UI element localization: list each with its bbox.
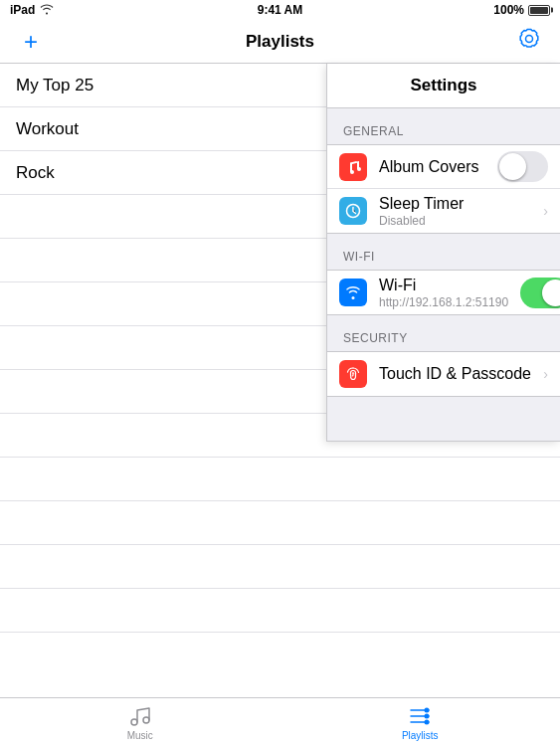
- settings-title: Settings: [327, 64, 560, 108]
- playlists-tab-label: Playlists: [402, 730, 439, 741]
- settings-gear-button[interactable]: [514, 28, 544, 55]
- album-covers-toggle[interactable]: [497, 151, 548, 182]
- toggle-knob-on: [542, 280, 560, 306]
- svg-point-7: [425, 707, 430, 712]
- svg-point-2: [131, 719, 137, 725]
- fingerprint-icon: [345, 366, 361, 382]
- touchid-row[interactable]: Touch ID & Passcode ›: [327, 352, 560, 396]
- section-label-security: SECURITY: [327, 315, 560, 351]
- settings-panel: Settings GENERAL Album Covers: [326, 64, 560, 442]
- status-time: 9:41 AM: [258, 3, 303, 17]
- battery-icon: [528, 5, 550, 16]
- sleep-timer-row[interactable]: Sleep Timer Disabled ›: [327, 189, 560, 233]
- touchid-content: Touch ID & Passcode: [379, 365, 531, 383]
- wifi-subtitle: http://192.168.1.2:51190: [379, 295, 508, 309]
- general-group: Album Covers Sleep Timer: [327, 144, 560, 234]
- status-right: 100%: [493, 3, 550, 17]
- sleep-timer-chevron: ›: [543, 203, 548, 219]
- wifi-setting-icon: [339, 279, 367, 306]
- svg-point-3: [143, 717, 149, 723]
- svg-point-8: [425, 713, 430, 718]
- add-playlist-button[interactable]: +: [16, 30, 46, 54]
- battery-percent: 100%: [493, 3, 524, 17]
- album-covers-row[interactable]: Album Covers: [327, 145, 560, 189]
- playlists-tab-icon: [408, 704, 432, 728]
- wifi-status-icon: [40, 4, 54, 17]
- chevron-right-touchid-icon: ›: [543, 366, 548, 382]
- main-content: My Top 25 Workout Rock Settings GENERAL: [0, 64, 560, 697]
- tab-playlists[interactable]: Playlists: [380, 704, 460, 741]
- touchid-icon: [339, 360, 367, 388]
- nav-title: Playlists: [246, 32, 314, 52]
- sleep-timer-icon: [339, 197, 367, 225]
- chevron-right-icon: ›: [543, 203, 548, 219]
- section-label-wifi: WI-FI: [327, 234, 560, 270]
- security-group: Touch ID & Passcode ›: [327, 351, 560, 397]
- status-bar: iPad 9:41 AM 100%: [0, 0, 560, 20]
- album-covers-title: Album Covers: [379, 158, 485, 176]
- sleep-timer-subtitle: Disabled: [379, 214, 531, 228]
- wifi-icon: [345, 284, 361, 300]
- wifi-row[interactable]: Wi-Fi http://192.168.1.2:51190: [327, 271, 560, 314]
- nav-bar: + Playlists: [0, 20, 560, 64]
- gear-icon: [518, 28, 540, 50]
- music-note-icon: [345, 159, 361, 175]
- wifi-title: Wi-Fi: [379, 277, 508, 294]
- toggle-on-switch[interactable]: [520, 278, 560, 308]
- sleep-timer-content: Sleep Timer Disabled: [379, 195, 531, 228]
- wifi-content: Wi-Fi http://192.168.1.2:51190: [379, 277, 508, 309]
- tab-bar: Music Playlists: [0, 697, 560, 746]
- toggle-off-switch[interactable]: [497, 151, 548, 182]
- wifi-group: Wi-Fi http://192.168.1.2:51190: [327, 270, 560, 315]
- touchid-chevron: ›: [543, 366, 548, 382]
- carrier-label: iPad: [10, 3, 35, 17]
- svg-point-1: [352, 372, 354, 374]
- music-tab-label: Music: [127, 730, 153, 741]
- clock-icon: [345, 203, 361, 219]
- music-tab-icon: [128, 704, 152, 728]
- wifi-toggle[interactable]: [520, 278, 560, 308]
- album-covers-content: Album Covers: [379, 158, 485, 176]
- section-label-general: GENERAL: [327, 108, 560, 144]
- status-left: iPad: [10, 3, 54, 17]
- touchid-title: Touch ID & Passcode: [379, 365, 531, 383]
- svg-point-9: [425, 719, 430, 724]
- tab-music[interactable]: Music: [100, 704, 180, 741]
- toggle-knob: [499, 153, 526, 180]
- album-covers-icon: [339, 153, 367, 181]
- sleep-timer-title: Sleep Timer: [379, 195, 531, 213]
